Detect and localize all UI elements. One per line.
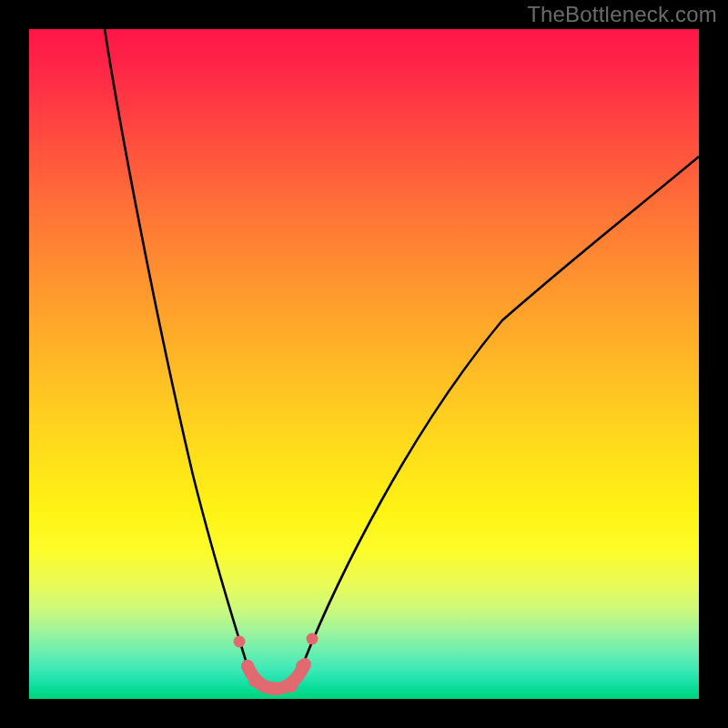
plot-area <box>29 29 699 699</box>
marker-dot <box>267 682 279 694</box>
chart-svg <box>29 29 699 699</box>
marker-dot <box>241 660 254 672</box>
marker-dot <box>234 636 246 648</box>
marker-dot <box>248 674 261 687</box>
curve-right-branch <box>302 157 699 666</box>
valley-marker-dots <box>234 633 318 695</box>
watermark-text: TheBottleneck.com <box>527 2 717 27</box>
marker-dot <box>296 660 308 672</box>
marker-dot <box>307 633 318 645</box>
curve-left-branch <box>105 29 248 666</box>
marker-dot <box>285 680 298 693</box>
outer-frame: TheBottleneck.com <box>0 0 728 728</box>
